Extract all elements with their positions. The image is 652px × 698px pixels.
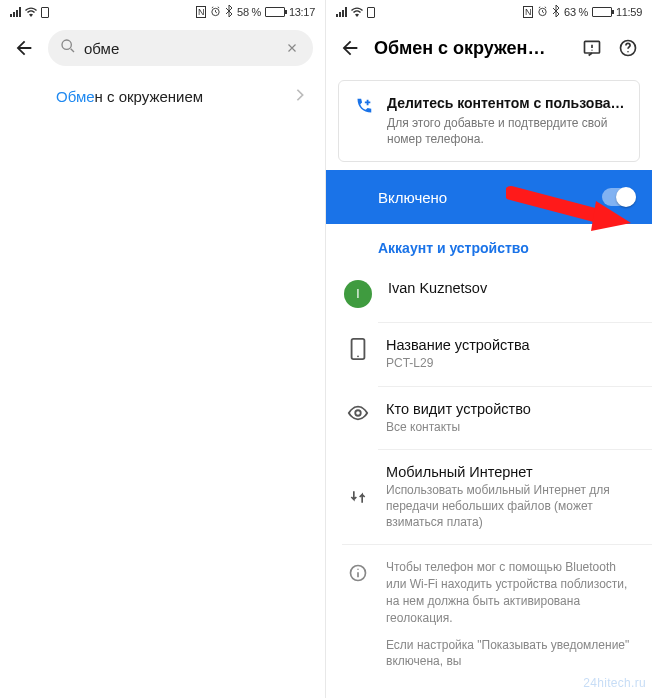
notice-body: Для этого добавьте и подтвердите свой но… [387,115,627,147]
status-time: 13:17 [289,6,315,18]
search-result-highlight: Обме [56,88,95,105]
section-header-account: Аккаунт и устройство [326,224,652,266]
wifi-icon [25,7,37,17]
mobile-data-item[interactable]: Мобильный Интернет Использовать мобильны… [326,450,652,545]
status-bar-right: N 63 % 11:59 [326,0,652,24]
toggle-label: Включено [378,189,447,206]
device-name-value: PCT-L29 [386,355,636,371]
mobile-data-desc: Использовать мобильный Интернет для пере… [386,482,636,531]
bluetooth-icon [225,5,233,19]
sim-icon [367,7,375,18]
phone-notice-card[interactable]: Делитесь контентом с пользоват… Для этог… [338,80,640,162]
info-note: Чтобы телефон мог с помощью Bluetooth ил… [326,545,652,684]
search-result-rest: н с окружением [95,88,204,105]
switch-on[interactable] [602,188,636,206]
avatar: I [344,280,372,308]
settings-panel: N 63 % 11:59 Обмен с окружен… Дел [326,0,652,698]
data-icon [346,485,370,509]
visibility-value: Все контакты [386,419,636,435]
mobile-data-label: Мобильный Интернет [386,464,636,480]
svg-point-1 [62,40,71,49]
back-button[interactable] [12,36,36,60]
svg-point-6 [357,356,359,358]
phone-plus-icon [351,95,375,119]
signal-icon [10,7,21,17]
search-result-item[interactable]: Обмен с окружением [0,72,325,121]
search-box[interactable] [48,30,313,66]
device-name-item[interactable]: Название устройства PCT-L29 [326,323,652,385]
visibility-item[interactable]: Кто видит устройство Все контакты [326,387,652,449]
search-panel: N 58 % 13:17 Обмен с окру [0,0,326,698]
bluetooth-icon [552,5,560,19]
search-icon [60,38,76,58]
enabled-toggle-row[interactable]: Включено [326,170,652,224]
alarm-icon [537,6,548,19]
info-icon [346,561,370,585]
account-name: Ivan Kuznetsov [388,280,636,296]
alarm-icon [210,6,221,19]
battery-icon [265,7,285,17]
phone-icon [346,337,370,361]
back-button[interactable] [338,36,362,60]
sim-icon [41,7,49,18]
info-text-2: Если настройка "Показывать уведомление" … [386,637,636,671]
status-time: 11:59 [616,6,642,18]
status-bar-left: N 58 % 13:17 [0,0,325,24]
battery-percent: 63 % [564,6,588,18]
device-name-label: Название устройства [386,337,636,353]
svg-point-7 [355,410,361,416]
search-input[interactable] [84,40,275,57]
watermark: 24hitech.ru [583,676,646,690]
visibility-label: Кто видит устройство [386,401,636,417]
search-header [0,24,325,72]
battery-icon [592,7,612,17]
wifi-icon [351,7,363,17]
battery-percent: 58 % [237,6,261,18]
help-icon[interactable] [616,36,640,60]
nfc-icon: N [523,6,533,18]
nfc-icon: N [196,6,206,18]
clear-icon[interactable] [283,39,301,57]
account-item[interactable]: I Ivan Kuznetsov [326,266,652,322]
eye-icon [346,401,370,425]
notice-title: Делитесь контентом с пользоват… [387,95,627,111]
page-header: Обмен с окружен… [326,24,652,72]
info-text-1: Чтобы телефон мог с помощью Bluetooth ил… [386,559,636,626]
signal-icon [336,7,347,17]
feedback-icon[interactable] [580,36,604,60]
page-title: Обмен с окружен… [374,38,568,59]
chevron-right-icon [295,88,305,105]
